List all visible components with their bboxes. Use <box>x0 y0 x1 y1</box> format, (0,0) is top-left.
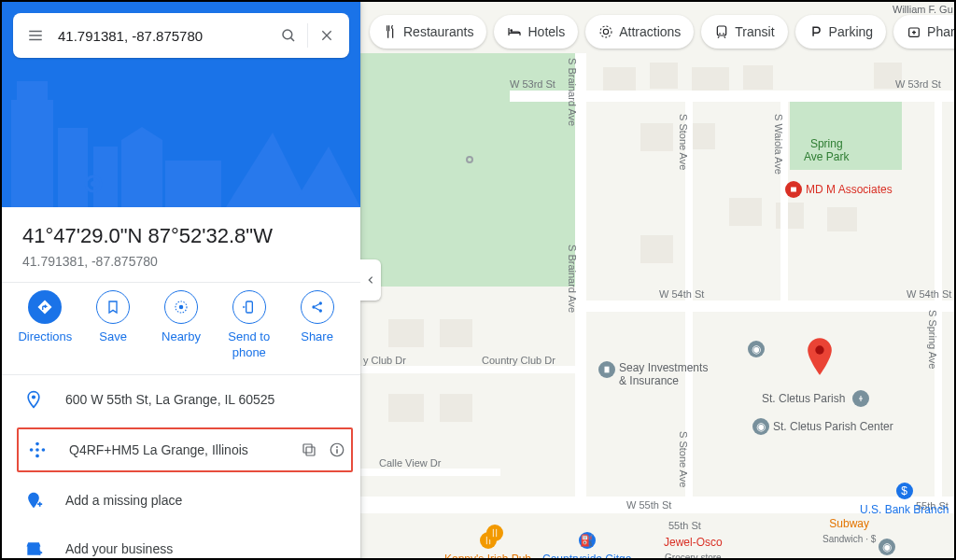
svg-rect-21 <box>306 447 315 455</box>
directions-action[interactable]: Directions <box>13 290 77 361</box>
save-action[interactable]: Save <box>81 290 145 361</box>
info-button[interactable] <box>329 441 345 458</box>
road-54th <box>584 301 954 312</box>
poi-citgo[interactable]: ⛽Countryside Citgo <box>542 532 631 558</box>
collapse-sidebar-button[interactable] <box>360 259 381 301</box>
action-label: Directions <box>18 329 72 345</box>
road-label: W 53rd St <box>510 78 555 90</box>
poi-seay[interactable]: Seay Investments & Insurance <box>598 361 708 387</box>
nearby-icon <box>173 299 190 315</box>
pluscode-highlight: Q4RF+HM5 La Grange, Illinois <box>17 427 353 472</box>
action-label: Share <box>301 329 333 345</box>
road-calle <box>360 469 500 476</box>
poi-usbank[interactable]: $U.S. Bank Branch <box>860 483 949 516</box>
road-label: W 55th St <box>626 499 671 511</box>
chip-hotels[interactable]: Hotels <box>494 15 578 49</box>
search-icon <box>280 27 297 44</box>
road-label: S Brainard Ave <box>567 245 578 313</box>
svg-point-0 <box>283 30 292 39</box>
road-label: S Stone Ave <box>678 431 689 487</box>
chip-pharmacies[interactable]: Pharmacies <box>893 15 954 49</box>
chevron-left-icon <box>366 273 375 287</box>
address-item[interactable]: 600 W 55th St, La Grange, IL 60525 <box>2 375 360 424</box>
add-business-text: Add your business <box>65 541 340 556</box>
svg-rect-4 <box>58 128 88 207</box>
chip-label: Restaurants <box>403 24 473 39</box>
poi-generic[interactable]: ◉ <box>748 341 765 357</box>
dropped-pin[interactable] <box>807 338 833 375</box>
share-action[interactable]: Share <box>286 290 349 361</box>
svg-rect-34 <box>605 367 610 373</box>
city-silhouette <box>2 77 360 207</box>
poi-jewel[interactable]: Jewel-OscoGrocery store <box>664 536 723 558</box>
map-area[interactable]: Restaurants Hotels Attractions Transit P… <box>360 2 954 558</box>
restaurant-icon <box>383 24 398 39</box>
chip-parking[interactable]: Parking <box>795 15 886 49</box>
location-info-panel: 41°47'29.0"N 87°52'32.8"W 41.791381, -87… <box>2 207 360 282</box>
search-input[interactable] <box>54 28 270 44</box>
road-label: W 54th St <box>659 288 704 300</box>
add-missing-place-item[interactable]: Add a missing place <box>2 476 360 525</box>
map-canvas[interactable]: W 53rd St W 53rd St W 54th St W 54th St … <box>360 2 954 558</box>
poi-generic2[interactable]: ◉ <box>879 539 895 555</box>
svg-rect-6 <box>165 161 221 207</box>
road-country <box>360 366 575 373</box>
chip-restaurants[interactable]: Restaurants <box>370 15 486 49</box>
svg-point-15 <box>32 395 35 399</box>
food-icon <box>486 525 503 541</box>
poi-cletus-center[interactable]: ◉St. Cletus Parish Center <box>752 418 893 435</box>
svg-rect-11 <box>246 301 252 313</box>
pluscode-item[interactable]: Q4RF+HM5 La Grange, Illinois <box>26 439 345 461</box>
actions-row: Directions Save Nearby Send to phone Sha… <box>2 282 360 375</box>
sidebar: 41°47'29.0"N 87°52'32.8"W 41.791381, -87… <box>2 2 360 558</box>
svg-point-17 <box>30 448 34 452</box>
share-icon <box>310 300 325 315</box>
road-label: Calle View Dr <box>379 457 441 469</box>
attractions-icon <box>598 24 613 39</box>
road-label: S Brainard Ave <box>567 58 578 126</box>
poi-mdm[interactable]: MD M Associates <box>785 181 893 198</box>
hamburger-menu-button[interactable] <box>17 17 54 54</box>
svg-point-24 <box>336 446 338 448</box>
close-icon <box>319 28 334 43</box>
details-list: 600 W 55th St, La Grange, IL 60525 Q4RF+… <box>2 375 360 558</box>
church-icon <box>852 390 869 407</box>
chip-transit[interactable]: Transit <box>701 15 787 49</box>
gas-icon: ⛽ <box>579 532 596 549</box>
add-place-icon <box>24 491 43 510</box>
svg-point-18 <box>35 448 39 452</box>
pluscode-text: Q4RF+HM5 La Grange, Illinois <box>69 442 301 457</box>
svg-point-31 <box>723 33 724 35</box>
park-label: Spring Ave Park <box>804 137 849 164</box>
hotel-icon <box>507 24 522 39</box>
red-pin-icon <box>807 338 833 375</box>
poi-william[interactable]: William F. Gu <box>893 4 953 15</box>
road-label: S Waiola Ave <box>773 114 784 175</box>
copy-button[interactable] <box>301 441 317 458</box>
pharmacy-icon <box>907 24 921 39</box>
svg-point-27 <box>604 29 609 34</box>
svg-point-35 <box>815 345 823 354</box>
road-label: S Spring Ave <box>927 310 938 369</box>
chip-attractions[interactable]: Attractions <box>585 15 694 49</box>
svg-point-30 <box>719 33 721 35</box>
chip-label: Hotels <box>527 24 565 39</box>
chip-label: Pharmacies <box>927 24 954 39</box>
clear-button[interactable] <box>308 17 345 54</box>
svg-rect-29 <box>718 26 726 35</box>
svg-rect-2 <box>11 100 53 207</box>
poi-cletus[interactable]: St. Cletus Parish <box>762 390 869 407</box>
action-label: Send to phone <box>218 329 281 361</box>
place-icon: ◉ <box>879 539 895 555</box>
poi-subway[interactable]: SubwaySandwich · $ <box>822 517 876 544</box>
road-label: S Stone Ave <box>678 114 689 170</box>
send-phone-action[interactable]: Send to phone <box>218 290 281 361</box>
add-missing-text: Add a missing place <box>65 493 340 508</box>
road-label: W 54th St <box>907 288 951 300</box>
add-business-item[interactable]: Add your business <box>2 525 360 558</box>
nearby-action[interactable]: Nearby <box>149 290 213 361</box>
road-label: Country Club Dr <box>482 355 555 366</box>
search-button[interactable] <box>270 17 307 54</box>
poi-food[interactable] <box>486 525 503 541</box>
poi-dot <box>466 156 473 163</box>
